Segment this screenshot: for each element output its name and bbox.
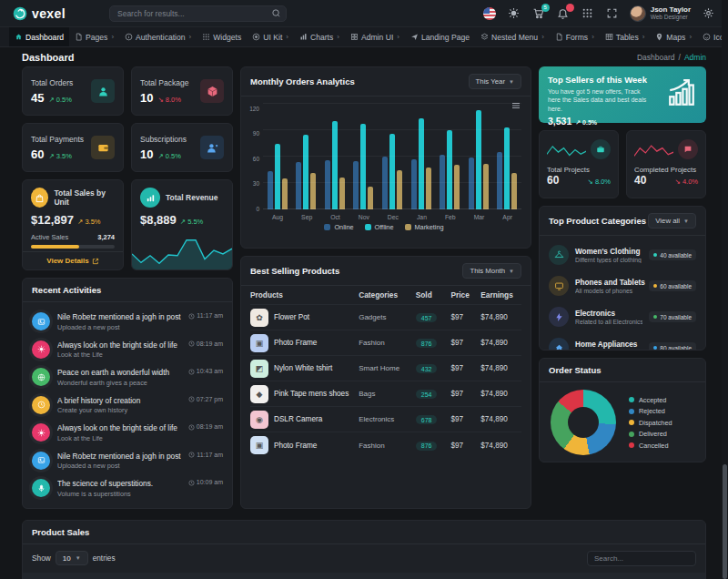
language-flag-button[interactable] — [482, 6, 497, 21]
activity-item[interactable]: A brief history of creation Create your … — [32, 391, 223, 420]
view-details-link[interactable]: View Details — [23, 251, 123, 269]
order-status-legend-cancelled[interactable]: Cancelled — [629, 442, 672, 450]
page-scrollbar[interactable] — [722, 0, 728, 579]
activity-item[interactable]: Peace on earth a wonderful width Wonderf… — [32, 363, 223, 391]
order-status-legend-dispatched[interactable]: Dispatched — [629, 419, 672, 427]
entries-select[interactable]: 10▼ — [56, 551, 88, 565]
column-quantity[interactable]: Quantity⇅ — [412, 573, 460, 579]
nav-item-admin-ui[interactable]: Admin UI› — [345, 27, 405, 46]
activity-subtitle: Create your own history — [57, 406, 181, 414]
avatar — [630, 5, 646, 22]
entries-label: entries — [93, 554, 116, 563]
nav-item-authentication[interactable]: Authentication› — [119, 27, 197, 46]
nav-item-dashboard[interactable]: Dashboard — [9, 27, 69, 46]
column-actions[interactable]: Actions — [664, 573, 705, 579]
category-item-home-appliances[interactable]: Home Appliances Furnitures,gadgets etc..… — [549, 332, 696, 350]
activity-item[interactable]: Always look on the bright side of life L… — [32, 419, 223, 447]
column-ratings[interactable]: Ratings⇅ — [248, 573, 330, 579]
scrollbar-thumb[interactable] — [723, 464, 727, 579]
fullscreen-button[interactable] — [605, 6, 620, 21]
period-dropdown[interactable]: This Year▼ — [469, 74, 521, 89]
product-category: Gadgets — [359, 313, 416, 321]
product-thumbnail: ◉ — [250, 411, 268, 429]
legend-item-marketing[interactable]: Marketing — [405, 223, 444, 231]
column-product[interactable]: Product⇅ — [118, 573, 248, 579]
nav-item-tables[interactable]: Tables› — [600, 27, 651, 46]
view-all-dropdown[interactable]: View all▼ — [648, 213, 696, 229]
x-tick: Apr — [502, 214, 512, 220]
activity-item[interactable]: Nile Robetz mentioned a jogh in post Upl… — [32, 447, 223, 475]
nav-item-forms[interactable]: Forms› — [550, 27, 600, 46]
activity-title: Nile Robetz mentioned a jogh in post — [57, 312, 181, 321]
product-row[interactable]: ▣Photo Frame Fashion 876 $97 $74,890 — [250, 330, 521, 356]
nav-item-landing-page[interactable]: Landing Page — [405, 27, 475, 46]
gridline — [263, 208, 521, 209]
settings-button[interactable] — [701, 6, 715, 21]
nav-item-widgets[interactable]: Widgets — [197, 27, 247, 46]
column-price[interactable]: Price⇅ — [535, 573, 590, 579]
best-selling-period-dropdown[interactable]: This Month▼ — [462, 263, 521, 279]
notifications-button[interactable] — [556, 6, 571, 21]
search-input[interactable] — [109, 5, 287, 22]
stat-delta: ↘ 8.0% — [157, 96, 180, 104]
product-earnings: $74,890 — [480, 339, 521, 347]
show-label: Show — [32, 554, 51, 563]
nav-item-nested-menu[interactable]: Nested Menu› — [475, 27, 550, 46]
external-link-icon — [92, 258, 99, 265]
column-order-no[interactable]: Order no⇅ — [50, 573, 118, 579]
clock-icon — [37, 401, 46, 409]
breadcrumb-parent[interactable]: Dashboard — [637, 53, 675, 62]
category-item-phones-and-tablets[interactable]: Phones and Tablets All models of phones … — [549, 270, 696, 301]
column-customer[interactable]: Customer⇅ — [330, 573, 412, 579]
legend-item-online[interactable]: Online — [324, 223, 353, 231]
nav-item-maps[interactable]: Maps› — [650, 27, 697, 46]
column-status[interactable]: Status⇅ — [460, 573, 535, 579]
column-ordered-date[interactable]: Ordered date⇅ — [590, 573, 665, 579]
nav-item-charts[interactable]: Charts› — [294, 27, 345, 46]
product-row[interactable]: ◩Nylon White tshirt Smart Home 432 $97 $… — [250, 356, 521, 381]
y-tick: 60 — [253, 157, 259, 163]
stat-value: 10 ↗ 0.5% — [140, 147, 187, 161]
table-search-input[interactable] — [587, 551, 696, 566]
category-item-women-s-clothing[interactable]: Women's Clothing Differnt types of cloth… — [549, 239, 696, 270]
order-status-legend-accepted[interactable]: Accepted — [629, 396, 672, 404]
project-card-completed-projects: Completed Projects 40 ↘ 4.0% — [626, 130, 706, 198]
activity-item[interactable]: Always look on the bright side of life L… — [32, 336, 223, 364]
plot-area: AugSepOctNovDecJanFebMarApr — [263, 104, 521, 220]
product-price: $97 — [451, 313, 481, 321]
bar-group-feb — [440, 104, 460, 209]
cart-button[interactable]: 5 — [531, 6, 546, 21]
nav-item-ui-kit[interactable]: UI Kit› — [247, 27, 294, 46]
availability-badge: 40 available — [649, 249, 696, 260]
availability-badge: 80 available — [649, 342, 696, 350]
bag-icon — [31, 188, 48, 208]
stat-delta: ↗ 0.5% — [48, 96, 71, 104]
brand[interactable]: vexel — [13, 6, 100, 21]
category-item-electronics[interactable]: Electronics Related to all Electronics 7… — [549, 301, 696, 332]
brand-name: vexel — [32, 6, 66, 21]
product-price: $97 — [451, 390, 481, 398]
theme-toggle-button[interactable] — [507, 6, 521, 21]
order-status-legend-rejected[interactable]: Rejected — [629, 407, 672, 415]
product-row[interactable]: ▣Photo Frame Fashion 876 $97 $74,890 — [250, 432, 521, 458]
legend-item-offline[interactable]: Offline — [365, 223, 394, 231]
project-label: Total Projects — [547, 166, 611, 174]
briefcase-icon — [596, 145, 605, 154]
product-row[interactable]: ◆Pink Tape mens shoes Bags 254 $97 $74,8… — [250, 381, 521, 407]
product-row[interactable]: ✿Flower Pot Gadgets 457 $97 $74,890 — [250, 305, 521, 330]
product-sales-controls: Show 10▼ entries — [23, 544, 705, 573]
nav-item-pages[interactable]: Pages› — [69, 27, 119, 46]
order-status-legend-delivered[interactable]: Delivered — [629, 430, 672, 438]
globe-icon — [37, 373, 46, 381]
user-menu[interactable]: Json Taylor Web Designer — [630, 5, 691, 22]
order-status-title: Order Status — [549, 365, 602, 375]
x-tick: Dec — [388, 214, 399, 220]
product-row[interactable]: ◉DSLR Camera Electronics 678 $97 $74,890 — [250, 407, 521, 432]
apps-grid-button[interactable] — [581, 6, 595, 21]
activity-item[interactable]: Nile Robetz mentioned a jogh in post Upl… — [32, 308, 223, 336]
activity-subtitle: Volume is a superstitions — [57, 490, 181, 498]
bar-offline-nov — [360, 124, 366, 209]
sun-icon — [37, 345, 46, 353]
bar-marketing-mar — [483, 164, 489, 209]
activity-item[interactable]: The science of superstitions. Volume is … — [32, 474, 223, 503]
